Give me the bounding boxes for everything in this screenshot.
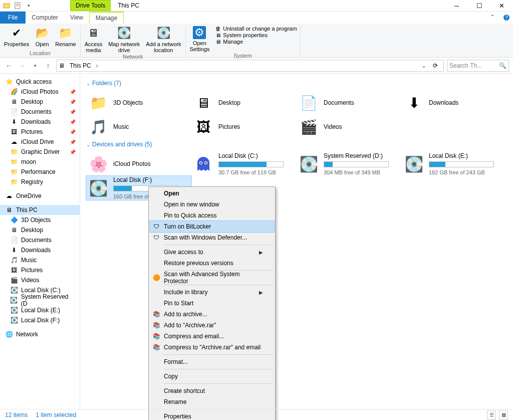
drive-tools-contextual-tab[interactable]: Drive Tools (70, 0, 111, 11)
ctx-copy[interactable]: Copy (150, 371, 274, 382)
sidebar-icon: 💽 (10, 306, 18, 314)
sidebar-item-icloud-photos[interactable]: 🌈iCloud Photos📌 (0, 87, 80, 97)
ctx-pin-to-quick-access[interactable]: Pin to Quick access (150, 210, 274, 221)
folder-item-downloads[interactable]: ⬇Downloads (402, 91, 507, 115)
access-media-button[interactable]: 🖥Access media (84, 26, 103, 54)
ctx-scan-with-windows-defender-[interactable]: 🛡Scan with Windows Defender... (150, 232, 274, 243)
sidebar-item-desktop[interactable]: 🖥Desktop📌 (0, 97, 80, 107)
folder-item-music[interactable]: 🎵Music (86, 115, 191, 139)
address-dropdown-icon[interactable]: ⌄ (421, 62, 426, 69)
access-media-label: Access media (85, 41, 102, 53)
drive-item-local-disk-c-[interactable]: Local Disk (C:)30.7 GB free of 118 GB (191, 152, 297, 176)
manage-button[interactable]: 🖥Manage (215, 39, 297, 45)
sidebar-item-this-pc[interactable]: 🖥This PC (0, 205, 80, 215)
sidebar-item-network[interactable]: 🌐Network (0, 329, 80, 339)
drives-header[interactable]: ⌄Devices and drives (5) (86, 139, 513, 152)
sidebar-item-label: Documents (21, 237, 52, 244)
search-input[interactable]: Search Th... 🔍 (447, 60, 509, 72)
sidebar-item-onedrive[interactable]: ☁OneDrive (0, 191, 80, 201)
sidebar-item-desktop[interactable]: 🖥Desktop (0, 225, 80, 235)
tab-view[interactable]: View (64, 12, 89, 24)
rename-button[interactable]: 📁Rename (54, 26, 77, 48)
ctx-open-in-new-window[interactable]: Open in new window (150, 199, 274, 210)
details-view-button[interactable]: ☰ (487, 410, 496, 419)
sidebar-item-registry[interactable]: 📁Registry (0, 177, 80, 187)
close-button[interactable]: ✕ (490, 0, 513, 12)
ctx-pin-to-start[interactable]: Pin to Start (150, 298, 274, 309)
sidebar-item-quick-access[interactable]: ⭐Quick access (0, 77, 80, 87)
sidebar-item-downloads[interactable]: ⬇Downloads (0, 245, 80, 255)
ctx-rename[interactable]: Rename (150, 396, 274, 407)
sidebar-item-videos[interactable]: 🎬Videos (0, 275, 80, 285)
folders-header[interactable]: ⌄Folders (7) (86, 78, 513, 91)
system-properties-button[interactable]: 🖥System properties (215, 32, 297, 38)
folder-item-3d-objects[interactable]: 📁3D Objects (86, 91, 191, 115)
sidebar-item-documents[interactable]: 📄Documents (0, 235, 80, 245)
sidebar-item-pictures[interactable]: 🖼Pictures (0, 265, 80, 275)
open-settings-button[interactable]: ⚙Open Settings (189, 26, 211, 53)
ctx-turn-on-bitlocker[interactable]: 🛡Turn on BitLocker (150, 221, 274, 232)
map-network-drive-button[interactable]: 💽Map network drive (107, 26, 141, 54)
sidebar-item-local-disk-f-[interactable]: 💽Local Disk (F:) (0, 315, 80, 325)
folder-item-videos[interactable]: 🎬Videos (297, 115, 402, 139)
ctx-item-label: Restore previous versions (164, 260, 233, 267)
sidebar-item-graphic-driver[interactable]: 📁Graphic Driver📌 (0, 147, 80, 157)
help-icon[interactable]: ? (500, 12, 513, 24)
ctx-format-[interactable]: Format... (150, 356, 274, 367)
folder-item-desktop[interactable]: 🖥Desktop (191, 91, 297, 115)
ctx-compress-and-email-[interactable]: 📚Compress and email... (150, 331, 274, 342)
ctx-scan-with-advanced-system-protector[interactable]: 🟠Scan with Advanced System Protector (150, 272, 274, 283)
sidebar-item-icloud-drive[interactable]: ☁iCloud Drive📌 (0, 137, 80, 147)
maximize-button[interactable]: ☐ (468, 0, 490, 12)
manage-label: Manage (223, 39, 243, 45)
properties-qat-icon[interactable] (13, 1, 22, 10)
ctx-item-label: Pin to Quick access (164, 212, 216, 219)
qat-dropdown-icon[interactable]: ▾ (24, 1, 33, 10)
refresh-button[interactable]: ⟳ (429, 62, 441, 69)
properties-button[interactable]: ✔Properties (3, 26, 30, 48)
sidebar-item-performance[interactable]: 📁Performance (0, 167, 80, 177)
tab-file[interactable]: File (0, 12, 26, 24)
minimize-button[interactable]: ─ (445, 0, 468, 12)
sidebar-item-system-reserved-d[interactable]: 💽System Reserved (D (0, 295, 80, 305)
drive-item-icloud-photos[interactable]: 🌸iCloud Photos (86, 152, 191, 176)
add-network-location-button[interactable]: 💽Add a network location (145, 26, 182, 54)
recent-dropdown-icon[interactable]: ▾ (30, 61, 40, 71)
ctx-include-in-library[interactable]: Include in library▶ (150, 287, 274, 298)
up-button[interactable]: ↑ (43, 61, 53, 71)
breadcrumb[interactable]: This PC (68, 62, 93, 69)
ctx-give-access-to[interactable]: Give access to▶ (150, 247, 274, 258)
chevron-right-icon[interactable]: › (96, 62, 98, 69)
ctx-open[interactable]: Open (150, 188, 274, 199)
tab-manage[interactable]: Manage (89, 12, 124, 24)
folder-item-pictures[interactable]: 🖼Pictures (191, 115, 297, 139)
uninstall-program-button[interactable]: 🗑Uninstall or change a program (215, 26, 297, 32)
drive-item-system-reserved-d-[interactable]: 💽System Reserved (D:)304 MB free of 349 … (297, 152, 402, 176)
sidebar-item-pictures[interactable]: 🖼Pictures📌 (0, 127, 80, 137)
ctx-compress-to-archive-rar-and-email[interactable]: 📚Compress to "Archive.rar" and email (150, 342, 274, 353)
sidebar-icon: 📁 (10, 148, 18, 156)
back-button[interactable]: ← (4, 61, 14, 71)
ctx-add-to-archive-rar-[interactable]: 📚Add to "Archive.rar" (150, 320, 274, 331)
forward-button[interactable]: → (17, 61, 27, 71)
title-bar: ▾ Drive Tools This PC ─ ☐ ✕ (0, 0, 513, 12)
ctx-create-shortcut[interactable]: Create shortcut (150, 385, 274, 396)
folder-item-documents[interactable]: 📄Documents (297, 91, 402, 115)
ctx-item-label: Pin to Start (164, 300, 193, 307)
ctx-add-to-archive-[interactable]: 📚Add to archive... (150, 309, 274, 320)
address-bar[interactable]: 🖥 This PC › ⌄ ⟳ (56, 60, 444, 72)
sidebar-item-music[interactable]: 🎵Music (0, 255, 80, 265)
drive-item-local-disk-e-[interactable]: 💽Local Disk (E:)182 GB free of 243 GB (402, 152, 507, 176)
ctx-restore-previous-versions[interactable]: Restore previous versions (150, 258, 274, 269)
sidebar-item-downloads[interactable]: ⬇Downloads📌 (0, 117, 80, 127)
sidebar-item-moon[interactable]: 📁moon (0, 157, 80, 167)
sidebar-item-3d-objects[interactable]: 🔷3D Objects (0, 215, 80, 225)
pin-icon: 📌 (70, 129, 76, 135)
open-button[interactable]: 📂Open (34, 26, 50, 48)
drive-usage-bar (218, 161, 284, 167)
ribbon-collapse-button[interactable]: ⌃ (485, 12, 500, 24)
tab-computer[interactable]: Computer (26, 12, 64, 24)
ctx-item-icon: 📚 (152, 311, 161, 318)
tiles-view-button[interactable]: ▦ (499, 410, 508, 419)
sidebar-item-documents[interactable]: 📄Documents📌 (0, 107, 80, 117)
